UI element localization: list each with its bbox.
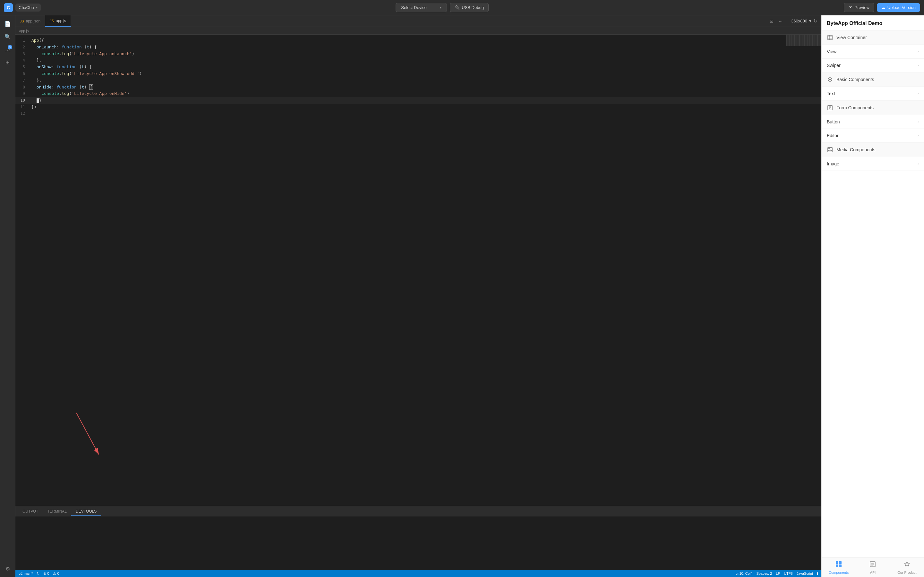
sidebar-icon-search[interactable]: 🔍: [2, 31, 13, 42]
our-product-tab-icon: [903, 561, 911, 569]
code-line: 3 console.log('Lifecycle App onLaunch'): [15, 51, 821, 57]
component-item-button[interactable]: Button ›: [822, 115, 924, 129]
mini-preview: [786, 35, 821, 46]
sidebar-icon-settings[interactable]: ⚙: [2, 563, 13, 574]
topbar-center: Select Device ▾ 🔌 USB Debug: [43, 3, 841, 12]
component-button-label: Button: [827, 119, 840, 124]
right-tab-api-label: API: [870, 571, 876, 574]
app-logo: C: [4, 3, 13, 12]
preview-label: Preview: [855, 5, 869, 10]
code-line: 8 onHide: function (t) {: [15, 84, 821, 91]
sidebar-bottom: ⚙: [2, 563, 13, 574]
editor-area: JS app.json JS app.js ⊡ ··· 360x800: [15, 15, 821, 506]
component-text-label: Text: [827, 91, 835, 96]
project-selector[interactable]: ChaCha ▾: [15, 3, 41, 11]
right-panel-tabs: Components API Our Product: [822, 557, 924, 577]
preview-button[interactable]: 👁 Preview: [844, 3, 874, 12]
component-item-editor[interactable]: Editor ›: [822, 129, 924, 143]
tab-app-js-label: app.js: [56, 19, 66, 23]
tab-app-json[interactable]: JS app.json: [15, 15, 45, 27]
left-sidebar: 📄 🔍 ⎇ 3 ⊞ ⚙: [0, 15, 15, 577]
bottom-panel-content: [15, 516, 821, 570]
component-item-view[interactable]: View ›: [822, 45, 924, 59]
section-header-view-container: View Container: [822, 31, 924, 45]
code-line: 6 console.log('Lifecycle App onShow ddd …: [15, 71, 821, 77]
usb-icon: 🔌: [455, 5, 460, 10]
sidebar-icon-extensions[interactable]: ⊞: [2, 56, 13, 68]
more-options-button[interactable]: ···: [777, 17, 784, 25]
charset: UTF8: [784, 572, 793, 575]
select-device-chevron-icon: ▾: [440, 6, 441, 9]
info-icon: ℹ: [817, 572, 818, 576]
code-line: 7 },: [15, 77, 821, 84]
right-tab-api[interactable]: API: [856, 558, 890, 577]
usb-debug-label: USB Debug: [462, 5, 484, 10]
media-components-label: Media Components: [837, 147, 875, 152]
breadcrumb: app.js: [19, 29, 29, 33]
language-mode[interactable]: JavaScript: [796, 572, 813, 575]
tab-output[interactable]: OUTPUT: [18, 507, 43, 516]
svg-rect-2: [828, 35, 832, 40]
sidebar-icon-git[interactable]: ⎇ 3: [2, 44, 13, 55]
right-tab-our-product[interactable]: Our Product: [890, 558, 924, 577]
warning-count: ⚠ 0: [53, 572, 59, 576]
code-line: 11 }): [15, 104, 821, 111]
json-icon: JS: [20, 19, 24, 23]
resolution-selector[interactable]: 360x800 ▾: [791, 19, 811, 23]
js-icon: JS: [50, 19, 54, 23]
code-line-current: 10 }: [15, 97, 821, 104]
basic-components-icon: [827, 76, 833, 83]
component-editor-label: Editor: [827, 133, 838, 138]
component-image-label: Image: [827, 161, 839, 166]
project-chevron-icon: ▾: [36, 6, 37, 9]
view-chevron-icon: ›: [918, 49, 919, 54]
bottom-tabs: OUTPUT TERMINAL DEVTOOLS: [15, 506, 821, 516]
tab-app-js[interactable]: JS app.js: [45, 15, 71, 27]
code-line: 1 App({: [15, 37, 821, 44]
code-line: 9 console.log('Lifecycle App onHide'): [15, 90, 821, 97]
main-layout: 📄 🔍 ⎇ 3 ⊞ ⚙ JS app.json JS: [0, 15, 924, 577]
select-device-button[interactable]: Select Device ▾: [396, 3, 447, 12]
view-container-icon: [827, 34, 833, 41]
git-badge: 3: [8, 45, 12, 49]
svg-rect-14: [836, 561, 838, 564]
upload-button[interactable]: ☁ Upload Version: [877, 3, 920, 12]
tab-devtools[interactable]: DEVTOOLS: [71, 507, 101, 516]
tab-terminal[interactable]: TERMINAL: [43, 507, 71, 516]
code-editor[interactable]: 1 App({ 2 onLaunch: function (t) { 3 con…: [15, 35, 821, 506]
component-item-text[interactable]: Text ›: [822, 87, 924, 101]
upload-label: Upload Version: [887, 5, 916, 10]
editor-chevron-icon: ›: [918, 133, 919, 138]
text-chevron-icon: ›: [918, 91, 919, 96]
breadcrumb-bar: app.js: [15, 27, 821, 35]
media-components-icon: [827, 147, 833, 153]
section-header-basic-components: Basic Components: [822, 73, 924, 87]
status-bar: ⎇ main* ↻ ⊗ 0 ⚠ 0 Ln10, Col4 Spaces: 2 L…: [15, 570, 821, 577]
usb-debug-button[interactable]: 🔌 USB Debug: [450, 3, 489, 12]
component-item-swiper[interactable]: Swiper ›: [822, 59, 924, 73]
swiper-chevron-icon: ›: [918, 63, 919, 68]
component-item-image[interactable]: Image ›: [822, 157, 924, 171]
status-bar-right: Ln10, Col4 Spaces: 2 LF UTF8 JavaScript …: [735, 572, 818, 576]
code-line: 5 onShow: function (t) {: [15, 64, 821, 71]
resolution-bar: 360x800 ▾ ↻: [787, 15, 821, 27]
basic-components-label: Basic Components: [837, 77, 874, 82]
section-header-media-components: Media Components: [822, 143, 924, 157]
tab-bar: JS app.json JS app.js ⊡ ···: [15, 15, 787, 27]
right-panel-header: ByteApp Official Demo: [822, 15, 924, 31]
svg-rect-16: [836, 564, 838, 567]
git-branch: ⎇ main*: [19, 572, 33, 576]
right-tab-components[interactable]: Components: [822, 558, 856, 577]
topbar-right: 👁 Preview ☁ Upload Version: [844, 3, 920, 12]
split-editor-button[interactable]: ⊡: [768, 17, 775, 25]
error-count: ⊗ 0: [43, 572, 49, 576]
refresh-button[interactable]: ↻: [813, 18, 817, 24]
form-components-icon: [827, 105, 833, 111]
sidebar-icon-files[interactable]: 📄: [2, 18, 13, 29]
topbar: C ChaCha ▾ Select Device ▾ 🔌 USB Debug 👁…: [0, 0, 924, 15]
view-container-label: View Container: [837, 35, 867, 40]
code-line: 12: [15, 111, 821, 117]
svg-rect-17: [839, 564, 842, 567]
preview-icon: 👁: [849, 5, 853, 10]
form-components-label: Form Components: [837, 105, 874, 110]
